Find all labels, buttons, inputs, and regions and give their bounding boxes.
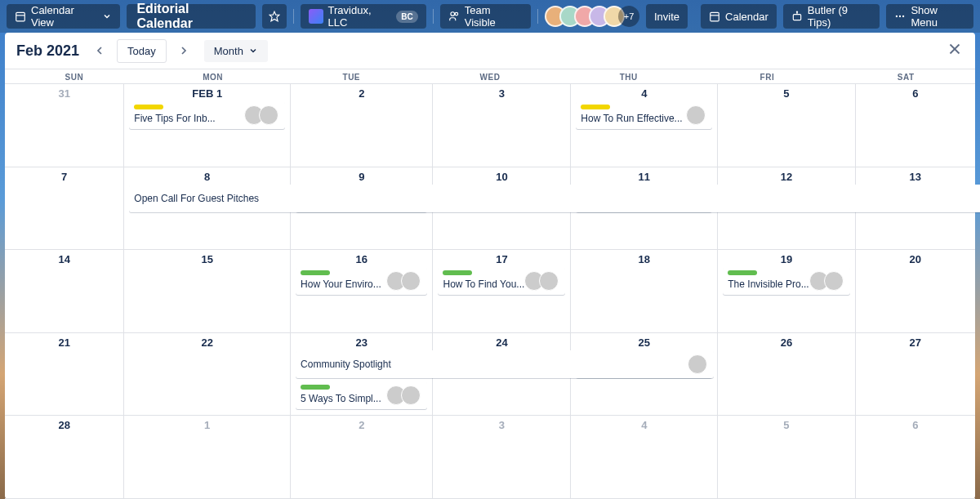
date-number: 3 [436,87,567,100]
member-avatar[interactable] [824,271,844,291]
prev-month-button[interactable] [87,38,112,63]
calendar-day-cell[interactable]: 6 [856,416,975,499]
calendar-card[interactable]: How To Run Effective... [576,101,712,129]
calendar-day-cell[interactable]: 17How To Find You... [433,250,571,333]
visibility-button[interactable]: Team Visible [440,4,531,29]
date-number: 24 [436,336,567,349]
chevron-down-icon [102,11,112,21]
member-avatar[interactable] [401,385,421,405]
calendar-day-cell[interactable]: 22 [124,333,291,417]
calendar-day-cell[interactable]: 5 [718,84,855,167]
calendar-card[interactable]: Five Tips For Inb... [129,101,285,129]
butler-icon [791,11,803,22]
calendar-day-cell[interactable]: 4How To Run Effective... [571,84,718,167]
date-number: 14 [8,253,120,265]
calendar-card[interactable]: Community Spotlight [296,350,714,378]
board-title[interactable]: Editorial Calendar [127,4,256,29]
svg-point-11 [902,16,904,17]
calendar-powerup-label: Calendar [725,11,768,23]
card-title: Open Call For Guest Pitches [134,193,980,204]
calendar-day-cell[interactable]: 27 [856,333,975,417]
member-avatars[interactable]: +7 [545,6,639,27]
date-number: 10 [436,171,567,183]
current-month: Feb 2021 [16,42,79,60]
calendar-card[interactable]: How To Find You... [438,267,565,295]
calendar-day-cell[interactable]: 16How Your Enviro... [291,250,433,333]
card-title: How To Find You... [443,278,524,290]
calendar-day-cell[interactable]: 15 [124,250,291,333]
calendar-day-cell[interactable]: 28 [5,416,124,499]
weekday-header: SUNMONTUEWEDTHUFRISAT [5,69,975,84]
star-button[interactable] [262,4,287,29]
calendar-card[interactable]: Open Call For Guest Pitches [129,185,980,212]
calendar-day-cell[interactable]: 4 [571,416,718,499]
workspace-name: Travidux, LLC [328,4,392,29]
card-avatars [524,271,559,291]
workspace-pill[interactable]: Travidux, LLC BC [301,4,426,29]
show-menu-button[interactable]: Show Menu [886,4,973,29]
calendar-day-cell[interactable]: 2 [291,84,433,167]
calendar-icon [709,11,720,22]
calendar-card[interactable]: 5 Ways To Simpl... [296,381,427,409]
calendar-day-cell[interactable]: 6 [856,84,975,167]
calendar-day-cell[interactable]: 7 [5,167,124,251]
calendar-day-cell[interactable]: 8Open Call For Guest Pitches [124,167,291,251]
svg-point-4 [455,12,458,16]
calendar-day-cell[interactable]: 14 [5,250,124,333]
calendar-powerup-button[interactable]: Calendar [701,4,777,29]
member-avatar[interactable] [539,271,559,291]
calendar-day-cell[interactable]: 20 [856,250,975,333]
weekday-label: SAT [836,69,975,83]
member-avatar[interactable] [688,354,707,374]
weekday-label: FRI [698,69,837,83]
chevron-down-icon [248,46,258,56]
card-avatars [686,105,706,125]
calendar-day-cell[interactable]: 1 [124,416,291,499]
workspace-badge: BC [396,11,417,23]
next-month-button[interactable] [172,38,196,63]
date-number: 6 [859,87,972,100]
calendar-card[interactable]: The Invisible Pro... [723,267,849,295]
calendar-day-cell[interactable]: 3 [433,84,571,167]
date-number: 21 [8,336,120,349]
date-number: 5 [721,419,851,431]
member-overflow[interactable]: +7 [618,6,639,27]
weekday-label: THU [559,69,698,83]
calendar-view-switcher[interactable]: Calendar View [7,4,120,29]
close-calendar-button[interactable] [946,40,964,61]
member-avatar[interactable] [401,271,421,291]
svg-point-10 [899,16,901,17]
svg-point-9 [896,16,898,17]
calendar-day-cell[interactable]: 23Community Spotlight5 Ways To Simpl... [291,333,433,417]
show-menu-label: Show Menu [911,4,965,29]
workspace-icon [309,9,323,24]
calendar-day-cell[interactable]: 31 [5,84,124,167]
date-number: 19 [721,253,851,265]
member-avatar[interactable] [686,105,706,125]
calendar-day-cell[interactable]: 21 [5,333,124,417]
nav-group: Today [87,38,196,63]
date-number: 22 [127,336,287,349]
svg-marker-2 [270,11,279,21]
invite-button[interactable]: Invite [646,4,688,29]
calendar-day-cell[interactable]: 3 [433,416,571,499]
calendar-day-cell[interactable]: 5 [718,416,855,499]
calendar-day-cell[interactable]: 19The Invisible Pro... [718,250,855,333]
calendar-day-cell[interactable]: 2 [291,416,433,499]
calendar-card[interactable]: How Your Enviro... [296,267,427,295]
card-title: Community Spotlight [301,359,688,370]
view-mode-selector[interactable]: Month [204,40,268,62]
date-number: 13 [859,171,972,183]
date-number: 8 [127,171,287,183]
date-number: 23 [294,336,429,349]
butler-button[interactable]: Butler (9 Tips) [783,4,880,29]
today-button[interactable]: Today [117,39,167,63]
calendar-day-cell[interactable]: FEB 1Five Tips For Inb... [124,84,291,167]
invite-label: Invite [654,11,679,23]
date-number: 4 [574,419,714,431]
separator [537,9,538,24]
calendar-icon [15,11,26,22]
member-avatar[interactable] [259,105,278,125]
calendar-day-cell[interactable]: 26 [718,333,855,417]
calendar-day-cell[interactable]: 18 [571,250,718,333]
